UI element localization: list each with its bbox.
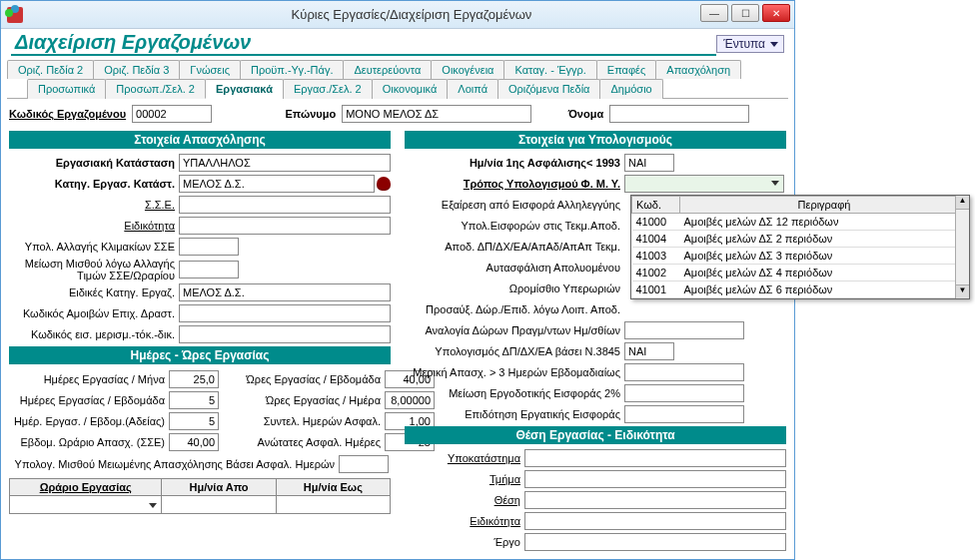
tab-work[interactable]: Εργασιακά	[205, 79, 284, 99]
dividend-code-input[interactable]	[179, 325, 391, 343]
name-input[interactable]	[609, 105, 749, 123]
weekly-schedule-sse-label: Εβδομ. Ωράριο Απασχ. (ΣΣΕ)	[9, 436, 169, 448]
part-time-3days-label: Μερική Απασχ. > 3 Ημερών Εβδομαδιαίως	[405, 366, 624, 378]
position-input[interactable]	[524, 491, 786, 509]
tab-records[interactable]: Καταγ. - Έγγρ.	[503, 60, 596, 79]
tab-contacts[interactable]: Επαφές	[596, 60, 656, 79]
print-dropdown-button[interactable]: Έντυπα	[716, 35, 784, 53]
popup-row[interactable]: 41002Αμοιβές μελών ΔΣ 4 περιόδων	[632, 265, 969, 281]
section-days-hours-header: Ημέρες - Ώρες Εργασίας	[9, 346, 391, 364]
popup-scrollbar[interactable]	[955, 196, 969, 298]
branch-label: Υποκατάστημα	[405, 452, 524, 464]
tab-horiz-fields-2[interactable]: Οριζ. Πεδία 2	[7, 60, 94, 79]
project-input[interactable]	[524, 533, 786, 551]
schedule-row[interactable]	[10, 496, 391, 514]
project-label: Έργο	[405, 536, 524, 548]
salary-reduction-input[interactable]	[179, 261, 239, 279]
presumed-income-label: Αποδ. ΔΠ/ΔΧ/ΕΑ/ΑπΑδ/ΑπΑπ Τεκμ.	[405, 241, 624, 253]
ins-days-coef-label: Συντελ. Ημερών Ασφαλ.	[225, 415, 385, 427]
hours-day-label: Ώρες Εργασίας / Ημέρα	[225, 394, 385, 406]
n3845-label: Υπολογισμός ΔΠ/ΔΧ/ΕΑ βάσει Ν.3845	[405, 345, 624, 357]
sse-label: Σ.Σ.Ε.	[9, 199, 179, 211]
tab-personal-p2[interactable]: Προσωπ./Σελ. 2	[105, 79, 206, 99]
tab-secondary[interactable]: Δευτερεύοντα	[343, 60, 432, 79]
special-cat-label: Ειδικές Κατηγ. Εργαζ.	[9, 286, 179, 298]
window-title: Κύριες Εργασίες/Διαχείριση Εργαζομένων	[29, 7, 794, 22]
popup-row[interactable]: 41000Αμοιβές μελών ΔΣ 12 περιόδων	[632, 214, 969, 231]
job-specialty-label: Ειδικότητα	[405, 515, 524, 527]
work-status-input[interactable]	[179, 154, 391, 172]
popup-col-code[interactable]: Κωδ.	[632, 197, 680, 214]
app-icon	[7, 7, 23, 23]
employer-2pct-input[interactable]	[624, 384, 744, 402]
tab-employment[interactable]: Απασχόληση	[655, 60, 741, 79]
n3845-input[interactable]	[624, 342, 674, 360]
schedule-shift-cell[interactable]	[10, 496, 162, 514]
tabs: Οριζ. Πεδία 2 Οριζ. Πεδία 3 Γνώσεις Προϋ…	[1, 60, 794, 99]
part-time-3days-input[interactable]	[624, 363, 744, 381]
work-status-label: Εργασιακή Κατάσταση	[9, 157, 179, 169]
close-button[interactable]: ✕	[762, 4, 790, 22]
tab-horiz-fields-3[interactable]: Οριζ. Πεδία 3	[93, 60, 180, 79]
sse-step-label: Υπολ. Αλλαγής Κλιμακίων ΣΣΕ	[9, 241, 179, 253]
schedule-col-to[interactable]: Ημ/νία Εως	[276, 479, 390, 496]
fmy-calc-label: Τρόπος Υπολογισμού Φ. Μ. Υ.	[405, 178, 624, 190]
days-week-leave-label: Ημέρ. Εργασ. / Εβδομ.(Αδείας)	[9, 415, 169, 427]
worker-subsidy-input[interactable]	[624, 405, 744, 423]
work-status-cat-input[interactable]	[179, 175, 375, 193]
scroll-down-icon[interactable]	[956, 284, 969, 298]
solidarity-exempt-label: Εξαίρεση από Εισφορά Αλληλεγγύης	[405, 199, 624, 211]
fmy-dropdown-popup: Κωδ. Περιγραφή 41000Αμοιβές μελών ΔΣ 12 …	[630, 195, 970, 299]
specialty-label: Ειδικότητα	[9, 220, 179, 232]
activity-pay-code-input[interactable]	[179, 304, 391, 322]
schedule-col-shift[interactable]: Ωράριο Εργασίας	[10, 479, 162, 496]
schedule-col-from[interactable]: Ημ/νία Απο	[162, 479, 276, 496]
self-insure-label: Αυτασφάλιση Απολυομένου	[405, 262, 624, 274]
days-month-input[interactable]	[169, 370, 219, 388]
department-input[interactable]	[524, 470, 786, 488]
tab-family[interactable]: Οικογένεια	[431, 60, 504, 79]
branch-input[interactable]	[524, 449, 786, 467]
tab-other[interactable]: Λοιπά	[447, 79, 498, 99]
special-cat-input[interactable]	[179, 283, 391, 301]
gift-ratio-input[interactable]	[624, 321, 744, 339]
alert-bell-icon[interactable]	[377, 177, 391, 191]
tab-personal[interactable]: Προσωπικά	[27, 79, 106, 99]
surname-input[interactable]	[342, 105, 531, 123]
scroll-up-icon[interactable]	[956, 196, 969, 210]
employee-code-input[interactable]	[132, 105, 212, 123]
popup-row[interactable]: 41004Αμοιβές μελών ΔΣ 2 περιόδων	[632, 231, 969, 248]
fmy-calc-dropdown[interactable]	[624, 175, 784, 193]
tab-proyp[interactable]: Προϋπ.-Υγ.-Πάγ.	[240, 60, 345, 79]
specialty-input[interactable]	[179, 217, 391, 235]
popup-row[interactable]: 41003Αμοιβές μελών ΔΣ 3 περιόδων	[632, 248, 969, 265]
titlebar: Κύριες Εργασίες/Διαχείριση Εργαζομένων —…	[1, 1, 794, 29]
popup-col-desc[interactable]: Περιγραφή	[680, 197, 969, 214]
days-week-label: Ημέρες Εργασίας / Εβδομάδα	[9, 394, 169, 406]
tab-knowledge[interactable]: Γνώσεις	[179, 60, 241, 79]
dividend-code-label: Κωδικός εισ. μερισμ.-τόκ.-δικ.	[9, 328, 179, 340]
minimize-button[interactable]: —	[700, 4, 728, 22]
days-week-leave-input[interactable]	[169, 412, 219, 430]
sse-step-input[interactable]	[179, 238, 239, 256]
reduced-salary-calc-label: Υπολογ. Μισθού Μειωμένης Απασχόλησης Βάσ…	[9, 458, 339, 470]
sse-input[interactable]	[179, 196, 391, 214]
tab-financial[interactable]: Οικονομικά	[372, 79, 449, 99]
max-ins-days-label: Ανώτατες Ασφαλ. Ημέρες	[225, 436, 385, 448]
popup-row[interactable]: 41001Αμοιβές μελών ΔΣ 6 περιόδων	[632, 281, 969, 298]
name-label: Όνομα	[568, 108, 603, 120]
schedule-from-cell[interactable]	[162, 496, 276, 514]
job-specialty-input[interactable]	[524, 512, 786, 530]
first-insurance-input[interactable]	[624, 154, 674, 172]
weekly-schedule-sse-input[interactable]	[169, 433, 219, 451]
schedule-to-cell[interactable]	[276, 496, 390, 514]
surname-label: Επώνυμο	[285, 108, 336, 120]
tab-defined-fields[interactable]: Οριζόμενα Πεδία	[497, 79, 600, 99]
department-label: Τμήμα	[405, 473, 524, 485]
tab-public[interactable]: Δημόσιο	[599, 79, 662, 99]
days-week-input[interactable]	[169, 391, 219, 409]
reduced-salary-calc-input[interactable]	[339, 455, 389, 473]
tab-work-p2[interactable]: Εργασ./Σελ. 2	[283, 79, 373, 99]
maximize-button[interactable]: ☐	[731, 4, 759, 22]
overtime-rate-label: Ωρομίσθιο Υπερωριών	[405, 282, 624, 294]
